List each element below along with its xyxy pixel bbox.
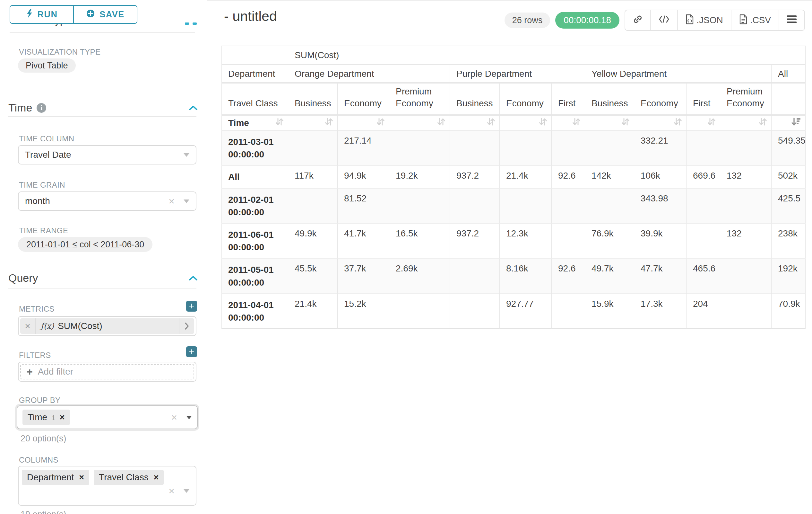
sort-column-button[interactable]: [585, 116, 634, 131]
info-icon[interactable]: i: [52, 413, 55, 422]
time-range-pill[interactable]: 2011-01-01 ≤ col < 2011-06-30: [18, 237, 152, 252]
chevron-up-icon[interactable]: [188, 275, 198, 283]
remove-tag-icon[interactable]: ×: [79, 473, 84, 482]
pivot-cell: 2.69k: [389, 259, 450, 294]
section-divider: [8, 288, 196, 289]
department-group-header: All: [772, 65, 806, 83]
sort-column-button[interactable]: [338, 116, 389, 131]
pivot-row-label: All: [222, 166, 288, 189]
pivot-cell: 45.5k: [288, 259, 338, 294]
travel-class-header: Business: [585, 83, 634, 116]
remove-tag-icon[interactable]: ×: [154, 473, 159, 482]
hamburger-icon: [787, 15, 796, 26]
run-save-button-group: RUN SAVE: [10, 5, 137, 24]
pivot-cell: [389, 131, 450, 166]
columns-select[interactable]: Department × Travel Class × ×: [18, 466, 196, 506]
group-by-select[interactable]: Time i × ×: [17, 405, 198, 429]
pivot-cell: 70.9k: [772, 294, 806, 329]
pivot-cell: [288, 189, 338, 224]
export-json-button[interactable]: .JSON: [677, 10, 730, 30]
chevron-up-icon[interactable]: [188, 105, 198, 112]
result-controls: 26 rows 00:00:00.18 .JSON .CSV: [504, 10, 805, 31]
export-button-group: .JSON .CSV: [625, 10, 805, 31]
info-icon[interactable]: i: [37, 103, 46, 113]
sort-arrows-icon: [673, 117, 682, 129]
time-grain-select[interactable]: month ×: [18, 191, 196, 211]
sort-arrows-icon: [324, 117, 334, 129]
filters-label: FILTERS: [19, 351, 51, 360]
query-section-title: Query: [8, 272, 38, 284]
time-column-value: Travel Date: [25, 150, 71, 160]
sort-column-button[interactable]: [389, 116, 450, 131]
pivot-cell: [552, 189, 585, 224]
add-metric-button[interactable]: +: [186, 301, 197, 312]
travel-class-header: Business: [288, 83, 338, 116]
pivot-cell: 142k: [585, 166, 634, 189]
sort-column-button[interactable]: [720, 116, 772, 131]
pivot-cell: [687, 131, 720, 166]
department-group-header: Purple Department: [450, 65, 585, 83]
chart-title[interactable]: - untitled: [224, 8, 277, 24]
sort-descending-button[interactable]: [772, 116, 806, 131]
remove-tag-icon[interactable]: ×: [60, 413, 65, 422]
metric-value: SUM(Cost): [58, 321, 102, 331]
time-row-label: Time: [228, 118, 249, 128]
clear-icon[interactable]: ×: [171, 412, 177, 423]
plus-icon: +: [189, 347, 195, 357]
sort-column-button[interactable]: [634, 116, 687, 131]
run-button-label: RUN: [37, 10, 58, 20]
pivot-cell: 47.7k: [634, 259, 687, 294]
travel-class-row-label: Travel Class: [222, 83, 288, 116]
add-filter-plus-button[interactable]: +: [186, 346, 197, 357]
sort-column-button[interactable]: [288, 116, 338, 131]
group-by-label: GROUP BY: [19, 396, 60, 405]
query-section-header: Query: [8, 272, 38, 284]
time-column-select[interactable]: Travel Date: [18, 145, 196, 164]
pivot-cell: [500, 189, 552, 224]
travel-class-header: Economy: [338, 83, 389, 116]
sort-column-button[interactable]: [552, 116, 585, 131]
chevron-right-icon[interactable]: [179, 318, 194, 334]
pivot-cell: 39.9k: [634, 224, 687, 259]
clear-icon[interactable]: ×: [169, 486, 175, 496]
sort-column-button[interactable]: [687, 116, 720, 131]
department-group-header: Yellow Department: [585, 65, 772, 83]
menu-button[interactable]: [779, 10, 804, 30]
embed-code-button[interactable]: [650, 10, 677, 30]
pivot-cell: 16.5k: [389, 224, 450, 259]
pivot-cell: 465.6: [687, 259, 720, 294]
pivot-cell: 12.3k: [500, 224, 552, 259]
clear-icon[interactable]: ×: [169, 196, 175, 206]
share-link-button[interactable]: [625, 10, 650, 30]
run-button[interactable]: RUN: [10, 6, 73, 23]
pivot-cell: 332.21: [634, 131, 687, 166]
visualization-type-pill[interactable]: Pivot Table: [18, 58, 76, 73]
sort-column-button[interactable]: [500, 116, 552, 131]
travel-class-header: First: [687, 83, 720, 116]
pivot-cell: 21.4k: [288, 294, 338, 329]
pivot-cell: 21.4k: [500, 166, 552, 189]
corner-cell: [222, 46, 288, 65]
pivot-cell: 669.6: [687, 166, 720, 189]
remove-metric-icon[interactable]: ×: [20, 318, 36, 334]
save-button[interactable]: SAVE: [73, 6, 137, 23]
metric-header: SUM(Cost): [288, 46, 806, 65]
sort-column-button[interactable]: [450, 116, 500, 131]
save-button-label: SAVE: [99, 10, 124, 20]
chevron-down-icon: [183, 153, 190, 157]
pivot-cell: 425.5: [772, 189, 806, 224]
time-sort-header[interactable]: Time: [222, 116, 288, 131]
pivot-cell: [687, 224, 720, 259]
pivot-cell: 204: [687, 294, 720, 329]
pivot-cell: [720, 189, 772, 224]
metric-pill[interactable]: × ƒ(x) SUM(Cost): [20, 318, 194, 334]
pivot-cell: 76.9k: [585, 224, 634, 259]
sort-descending-icon: [791, 117, 802, 129]
add-filter-button[interactable]: + Add filter: [20, 364, 194, 379]
columns-label: COLUMNS: [19, 456, 58, 464]
pivot-cell: [720, 131, 772, 166]
export-csv-button[interactable]: .CSV: [731, 10, 779, 30]
pivot-cell: 549.35: [772, 131, 806, 166]
sort-arrows-icon: [539, 117, 548, 129]
pivot-cell: [585, 131, 634, 166]
